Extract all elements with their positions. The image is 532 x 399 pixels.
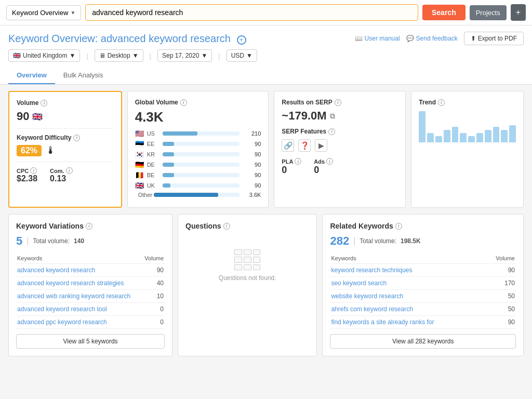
trend-bar — [476, 133, 483, 142]
related-keyword-link[interactable]: seo keyword search — [331, 280, 387, 287]
cpc-info-icon[interactable]: i — [30, 167, 37, 174]
global-volume-card: Global Volume i 4.3K 🇺🇸 US 210 🇪🇪 EE 90 … — [127, 91, 269, 208]
view-all-related-button[interactable]: View all 282 keywords — [330, 334, 516, 349]
trend-bar — [435, 136, 442, 142]
device-filter[interactable]: 🖥 Desktop ▼ — [95, 49, 143, 62]
related-keyword-link[interactable]: website keyword research — [331, 292, 403, 300]
global-volume-value: 4.3K — [135, 109, 261, 125]
trend-bar — [501, 130, 508, 142]
country-value: 90 — [243, 151, 261, 157]
page-header: Keyword Overview: advanced keyword resea… — [0, 25, 532, 85]
volume-value: 90 — [17, 110, 29, 123]
copy-icon[interactable]: ⧉ — [330, 112, 335, 121]
country-code: Other — [138, 192, 151, 198]
bar-fill — [163, 183, 170, 188]
col-volume: Volume — [142, 253, 165, 264]
table-row: website keyword research 50 — [330, 290, 516, 303]
play-icon: ▶ — [315, 139, 327, 152]
trend-info-icon[interactable]: i — [438, 99, 445, 106]
related-keyword-link[interactable]: find keywords a site already ranks for — [331, 318, 434, 326]
trend-bar — [419, 111, 425, 142]
add-project-button[interactable]: + — [511, 4, 526, 21]
bar-fill — [163, 163, 174, 167]
bar-fill — [163, 173, 174, 177]
table-row: keyword research techniques 90 — [330, 264, 516, 277]
related-keyword-link[interactable]: keyword research techniques — [331, 267, 412, 274]
tab-bulk-analysis[interactable]: Bulk Analysis — [55, 67, 112, 84]
difficulty-label: Keyword Difficulty i — [17, 134, 114, 141]
country-code: DE — [147, 162, 159, 168]
difficulty-info-icon[interactable]: i — [73, 135, 80, 141]
trend-card: Trend i — [411, 91, 524, 208]
keyword-volume: 90 — [142, 264, 165, 277]
volume-card: Volume i 90 🇬🇧 Keyword Difficulty i 62% … — [8, 91, 122, 208]
currency-filter[interactable]: USD ▼ — [227, 49, 257, 62]
country-bar-row: 🇬🇧 UK 90 — [135, 181, 261, 190]
com-info-icon[interactable]: i — [66, 167, 73, 174]
send-feedback-link[interactable]: 💬 Send feedback — [406, 35, 458, 42]
table-row: advanced ppc keyword research 0 — [16, 316, 165, 329]
view-all-kw-button[interactable]: View all 5 keywords — [16, 334, 165, 349]
export-pdf-button[interactable]: ⬆ Export to PDF — [464, 32, 524, 45]
keyword-link[interactable]: advanced keyword research — [17, 267, 95, 274]
projects-button[interactable]: Projects — [470, 5, 507, 20]
table-row: ahrefs com keyword research 50 — [330, 303, 516, 316]
serp-feat-info-icon[interactable]: i — [328, 128, 335, 135]
trend-label: Trend i — [419, 99, 516, 106]
question-icon: ❓ — [298, 139, 311, 152]
country-flag-icon: 🇪🇪 — [135, 140, 144, 148]
related-kw-info-icon[interactable]: i — [395, 223, 402, 230]
col-keywords: Keywords — [16, 253, 142, 264]
bar-track — [163, 152, 240, 156]
cpc-value: $2.38 — [17, 174, 37, 183]
empty-table-icon — [234, 249, 260, 270]
add-keyword-button[interactable]: + — [237, 35, 246, 45]
country-flag-icon: 🇧🇪 — [135, 171, 144, 179]
keyword-link[interactable]: advanced web ranking keyword research — [17, 292, 130, 300]
serp-info-icon[interactable]: i — [335, 99, 341, 106]
kw-total-vol-label: Total volume: — [33, 237, 70, 245]
related-keyword-volume: 90 — [485, 264, 516, 277]
keyword-link[interactable]: advanced ppc keyword research — [17, 318, 107, 326]
country-bar-row: 🇩🇪 DE 90 — [135, 161, 261, 169]
country-code: UK — [147, 182, 159, 189]
kw-total-vol: 140 — [74, 237, 84, 245]
keyword-link[interactable]: advanced keyword research strategies — [17, 280, 124, 287]
keyword-link[interactable]: advanced keyword research tool — [17, 305, 107, 313]
serp-features-label: SERP Features i — [282, 128, 398, 135]
kw-var-info-icon[interactable]: i — [86, 223, 92, 230]
bar-fill — [163, 152, 174, 156]
country-value: 3.6K — [243, 192, 261, 198]
country-bar-row: 🇺🇸 US 210 — [135, 129, 261, 138]
global-vol-info-icon[interactable]: i — [180, 99, 187, 106]
trend-bar — [427, 133, 434, 142]
pla-info-icon[interactable]: i — [295, 158, 301, 165]
search-button[interactable]: Search — [422, 5, 466, 20]
cpc-label: CPC i — [17, 167, 37, 174]
country-filter[interactable]: 🇬🇧 United Kingdom ▼ — [8, 49, 80, 62]
date-filter[interactable]: Sep 17, 2020 ▼ — [157, 49, 212, 62]
tab-overview[interactable]: Overview — [8, 67, 55, 84]
trend-bar — [509, 125, 516, 142]
country-flag-icon: 🇺🇸 — [135, 129, 144, 138]
related-keyword-link[interactable]: ahrefs com keyword research — [331, 305, 413, 313]
volume-info-icon[interactable]: i — [41, 100, 47, 107]
user-manual-link[interactable]: 📖 User manual — [355, 35, 400, 42]
search-input[interactable] — [85, 4, 418, 21]
tool-dropdown[interactable]: Keyword Overview ▼ — [6, 5, 81, 20]
tabs-row: Overview Bulk Analysis — [8, 67, 524, 84]
questions-info-icon[interactable]: i — [223, 223, 230, 230]
ads-metric: Ads i 0 — [314, 158, 333, 176]
country-bar-row: 🇰🇷 KR 90 — [135, 150, 261, 158]
difficulty-badge: 62% — [17, 145, 42, 156]
export-icon: ⬆ — [471, 35, 476, 42]
ads-info-icon[interactable]: i — [326, 158, 333, 165]
table-row: advanced keyword research strategies 40 — [16, 277, 165, 290]
metrics-row: Volume i 90 🇬🇧 Keyword Difficulty i 62% … — [8, 91, 524, 208]
chevron-down-icon: ▼ — [69, 52, 75, 59]
country-value: 90 — [243, 182, 261, 189]
header-actions: 📖 User manual 💬 Send feedback ⬆ Export t… — [355, 32, 524, 45]
chevron-down-icon: ▼ — [246, 52, 252, 59]
related-total-vol-label: Total volume: — [360, 237, 396, 245]
country-value: 210 — [243, 130, 261, 137]
